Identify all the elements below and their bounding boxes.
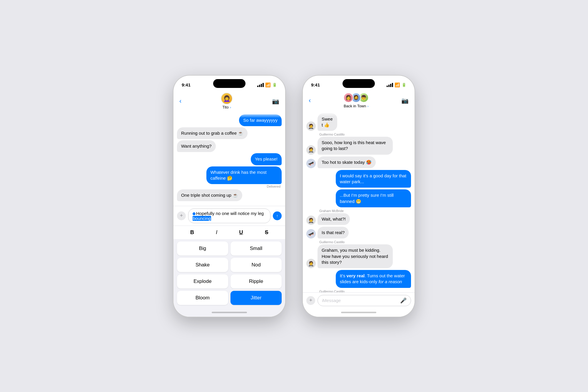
message-bubble-6: One triple shot coming up ☕ bbox=[177, 189, 242, 201]
msg-veryreal: It's very real. Turns out the water slid… bbox=[336, 270, 411, 288]
contact-avatar-1: 👩‍🦱 bbox=[221, 93, 233, 104]
avatar-guillermo-3: 🤵 bbox=[306, 259, 316, 268]
message-row-banned: ...But I'm pretty sure I'm still banned … bbox=[306, 189, 411, 207]
msg-wait: Wait, what?! bbox=[318, 213, 350, 225]
message-row-6: One triple shot coming up ☕ bbox=[177, 189, 282, 201]
msg-kidding: Graham, you must be kidding. How have yo… bbox=[318, 244, 393, 268]
effect-nod-button[interactable]: Nod bbox=[230, 258, 282, 272]
italic-reason: for a reason bbox=[378, 279, 402, 284]
nav-center-1[interactable]: 👩‍🦱 Tito › bbox=[221, 93, 233, 110]
back-button-1[interactable]: ‹ bbox=[179, 97, 181, 105]
message-bubble-5: Whatever drink has the most caffeine 🤔 bbox=[206, 166, 282, 184]
nav-center-2[interactable]: 👩 🧔 👦 Back in Town › bbox=[343, 93, 369, 109]
phone-2: 9:41 📶 🔋 ‹ 👩 🧔 👦 Back in Town › bbox=[303, 76, 415, 317]
time-1: 9:41 bbox=[182, 82, 191, 87]
message-bubble-2: Running out to grab a coffee ☕ bbox=[177, 127, 248, 139]
message-group-heatwave: Guillermo Castillo 🤵 Sooo, how long is t… bbox=[306, 133, 411, 155]
send-button-1[interactable]: ↑ bbox=[273, 211, 282, 220]
sender-guillermo-3: Guillermo Castillo bbox=[319, 290, 411, 292]
effect-ripple-button[interactable]: Ripple bbox=[230, 274, 282, 288]
message-bubble-4: Yes please! bbox=[251, 153, 282, 165]
signal-bars-2 bbox=[387, 83, 393, 87]
message-group-toohot: 🛹 Too hot to skate today 🥵 bbox=[306, 156, 411, 168]
underline-button[interactable]: U bbox=[236, 228, 246, 237]
effect-explode-button[interactable]: Explode bbox=[177, 274, 228, 288]
home-indicator-2 bbox=[303, 308, 415, 317]
contact-chevron-1: › bbox=[230, 106, 231, 109]
message-row-2: Running out to grab a coffee ☕ bbox=[177, 127, 282, 139]
home-bar-2 bbox=[341, 312, 376, 313]
home-indicator-1 bbox=[173, 308, 285, 317]
messages-area-2: 🤵 Sweet 👍 Guillermo Castillo 🤵 Sooo, how… bbox=[303, 111, 415, 292]
msg-waterpark: I would say it's a good day for that wat… bbox=[336, 170, 411, 188]
status-icons-2: 📶 🔋 bbox=[387, 82, 406, 88]
effect-shake-button[interactable]: Shake bbox=[177, 258, 228, 272]
message-group-sweet: 🤵 Sweet 👍 bbox=[306, 113, 411, 131]
bold-button[interactable]: B bbox=[187, 228, 197, 237]
effect-grid: Big Small Shake Nod Explode Ripple Bloom… bbox=[173, 239, 285, 308]
message-row-4: Yes please! bbox=[177, 153, 282, 165]
sender-guillermo-1: Guillermo Castillo bbox=[319, 133, 411, 136]
messages-area-1: So far awayyyyyy Running out to grab a c… bbox=[173, 112, 285, 206]
message-row-3: Want anything? bbox=[177, 140, 282, 152]
message-row-1: So far awayyyyyy bbox=[177, 114, 282, 126]
nav-bar-2: ‹ 👩 🧔 👦 Back in Town › 📷 bbox=[303, 91, 415, 111]
battery-icon-2: 🔋 bbox=[402, 83, 406, 87]
message-bubble-3: Want anything? bbox=[177, 140, 216, 152]
add-attachment-button-2[interactable]: + bbox=[306, 296, 315, 305]
add-attachment-button[interactable]: + bbox=[177, 211, 186, 220]
battery-icon: 🔋 bbox=[272, 83, 277, 87]
effect-big-button[interactable]: Big bbox=[177, 241, 228, 256]
message-input-1[interactable]: Hopefully no one will notice my leg boun… bbox=[188, 208, 270, 223]
message-group-wait: Graham McBride 🤵 Wait, what?! bbox=[306, 209, 411, 225]
avatar-guillermo-2: 🤵 bbox=[306, 145, 316, 155]
video-call-button-2[interactable]: 📷 bbox=[401, 97, 409, 104]
group-avatars: 👩 🧔 👦 bbox=[343, 93, 369, 103]
wifi-icon-2: 📶 bbox=[395, 82, 400, 88]
effect-bloom-button[interactable]: Bloom bbox=[177, 291, 228, 305]
msg-sweet: Sweet 👍 bbox=[318, 113, 337, 131]
message-bubble-1: So far awayyyyyy bbox=[239, 114, 282, 126]
status-icons-1: 📶 🔋 bbox=[257, 82, 277, 88]
message-row-waterpark: I would say it's a good day for that wat… bbox=[306, 170, 411, 188]
delivered-label-5: Delivered bbox=[267, 185, 280, 188]
avatar-skater: 🛹 bbox=[306, 159, 316, 168]
cursor-indicator bbox=[193, 212, 196, 215]
input-area-2: + iMessage 🎤 bbox=[303, 292, 415, 308]
nav-bar-1: ‹ 👩‍🦱 Tito › 📷 bbox=[173, 91, 285, 112]
group-name[interactable]: Back in Town › bbox=[344, 103, 368, 109]
input-area-1: + Hopefully no one will notice my leg bo… bbox=[173, 206, 285, 226]
home-bar-1 bbox=[212, 312, 247, 313]
phone-1: 9:41 📶 🔋 ‹ 👩‍🦱 Tito › 📷 So far awayy bbox=[173, 76, 285, 317]
dynamic-island-1 bbox=[213, 79, 245, 88]
sender-guillermo-2: Guillermo Castillo bbox=[319, 240, 411, 244]
mic-icon[interactable]: 🎤 bbox=[400, 297, 407, 304]
msg-banned: ...But I'm pretty sure I'm still banned … bbox=[336, 189, 411, 207]
msg-heatwave: Sooo, how long is this heat wave going t… bbox=[318, 137, 393, 155]
effect-small-button[interactable]: Small bbox=[230, 241, 282, 256]
contact-name-label-1: Tito bbox=[222, 105, 228, 109]
avatar-guillermo-1: 🤵 bbox=[306, 121, 316, 131]
effect-jitter-button[interactable]: Jitter bbox=[230, 291, 282, 305]
message-group-firedept: Guillermo Castillo 🤵 Took the fire depar… bbox=[306, 290, 411, 292]
back-button-2[interactable]: ‹ bbox=[309, 97, 311, 104]
message-row-veryreal: It's very real. Turns out the water slid… bbox=[306, 270, 411, 288]
input-placeholder-2: iMessage bbox=[322, 298, 341, 303]
contact-name-1[interactable]: Tito › bbox=[222, 104, 231, 110]
message-group-kidding: Guillermo Castillo 🤵 Graham, you must be… bbox=[306, 240, 411, 268]
italic-button[interactable]: I bbox=[213, 228, 220, 237]
avatar-graham: 🤵 bbox=[306, 216, 316, 225]
composing-text: Hopefully no one will notice my leg boun… bbox=[193, 211, 266, 221]
msg-toohot: Too hot to skate today 🥵 bbox=[318, 156, 376, 168]
bold-veryreal: very real bbox=[347, 273, 365, 278]
group-name-label: Back in Town bbox=[344, 104, 366, 108]
avatar-skater-2: 🛹 bbox=[306, 229, 316, 238]
message-group-real: 🛹 Is that real? bbox=[306, 227, 411, 238]
sender-graham: Graham McBride bbox=[319, 209, 411, 213]
time-2: 9:41 bbox=[311, 82, 320, 87]
message-input-2[interactable]: iMessage 🎤 bbox=[318, 295, 411, 306]
group-chevron: › bbox=[368, 104, 369, 108]
signal-bars-1 bbox=[257, 83, 264, 87]
strikethrough-button[interactable]: S bbox=[262, 228, 271, 237]
video-call-button-1[interactable]: 📷 bbox=[272, 98, 279, 105]
